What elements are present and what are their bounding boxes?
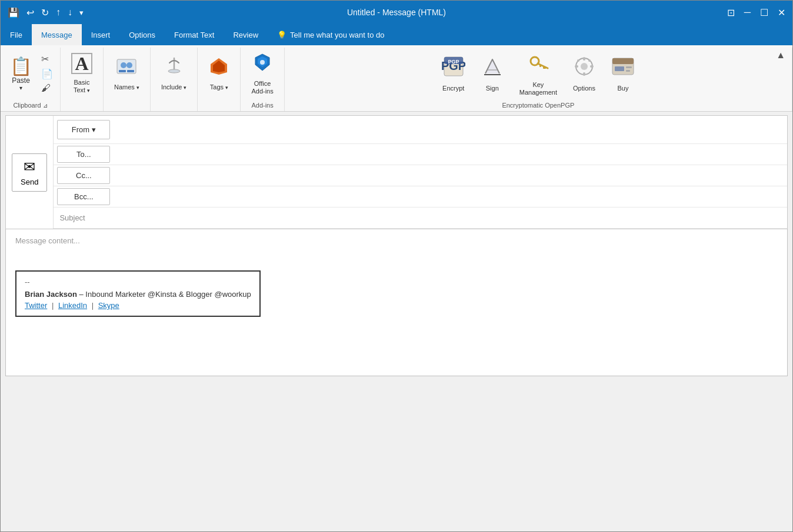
- encrypt-label: Encrypt: [442, 85, 464, 92]
- paste-dropdown[interactable]: ▾: [19, 85, 22, 91]
- sig-kinsta-link[interactable]: @Kinsta: [148, 290, 176, 299]
- ribbon-group-basic-text: A BasicText ▾: [61, 48, 104, 111]
- menu-insert[interactable]: Insert: [82, 24, 120, 45]
- cc-row: Cc...: [54, 165, 787, 186]
- include-button[interactable]: Include ▾: [155, 50, 193, 97]
- svg-rect-15: [543, 66, 546, 69]
- sig-pipe-2: |: [92, 301, 96, 310]
- tell-me-bar[interactable]: 💡 Tell me what you want to do: [268, 24, 394, 45]
- menu-file[interactable]: File: [1, 24, 32, 45]
- from-row: From ▾: [54, 116, 787, 144]
- cut-button[interactable]: ✂: [39, 52, 55, 66]
- pgp-options-icon: [572, 55, 596, 83]
- clipboard-group-label: Clipboard ⊿: [1, 102, 60, 109]
- svg-point-18: [581, 63, 588, 70]
- sig-pipe-1: |: [52, 301, 56, 310]
- main-content: ✉ Send From ▾ To...: [1, 112, 792, 531]
- sig-twitter-link[interactable]: Twitter: [25, 301, 47, 310]
- undo-icon[interactable]: ↩: [26, 7, 34, 18]
- menu-format-text[interactable]: Format Text: [165, 24, 224, 45]
- bcc-input[interactable]: [114, 189, 787, 205]
- message-content-placeholder: Message content...: [15, 236, 778, 245]
- resize-icon[interactable]: ⊡: [727, 7, 735, 18]
- sign-button[interactable]: Sign: [475, 50, 510, 97]
- office-addins-icon: [252, 52, 273, 78]
- svg-point-2: [126, 62, 132, 68]
- svg-rect-22: [590, 65, 594, 68]
- svg-rect-21: [575, 65, 578, 68]
- cc-input[interactable]: [114, 168, 787, 183]
- menu-message[interactable]: Message: [32, 24, 82, 45]
- send-button-area: ✉ Send: [6, 116, 54, 229]
- subject-input[interactable]: [106, 210, 787, 226]
- svg-rect-19: [583, 57, 585, 61]
- signature-box: -- Brian Jackson – Inbound Marketer @Kin…: [15, 270, 261, 317]
- paste-icon: 📋: [10, 56, 32, 76]
- up-icon[interactable]: ↑: [56, 7, 61, 18]
- include-label: Include ▾: [161, 83, 187, 91]
- redo-icon[interactable]: ↻: [41, 7, 49, 18]
- ribbon-group-addins: OfficeAdd-ins Add-ins: [241, 48, 284, 111]
- basic-text-button[interactable]: A BasicText ▾: [65, 50, 98, 97]
- copy-button[interactable]: 📄: [39, 67, 55, 81]
- buy-label: Buy: [617, 85, 628, 92]
- sign-label: Sign: [486, 85, 499, 92]
- bcc-row: Bcc...: [54, 186, 787, 208]
- sig-skype-link[interactable]: Skype: [98, 301, 119, 310]
- minimize-icon[interactable]: ─: [744, 7, 751, 18]
- ribbon-collapse-button[interactable]: ▲: [774, 48, 788, 63]
- encrypt-button[interactable]: PGP PGP Encrypt: [436, 50, 471, 97]
- bcc-button[interactable]: Bcc...: [57, 188, 110, 205]
- paste-button[interactable]: 📋 Paste ▾: [5, 50, 36, 97]
- svg-rect-26: [612, 58, 634, 64]
- format-painter-button[interactable]: 🖌: [39, 82, 55, 95]
- down-icon[interactable]: ↓: [68, 7, 72, 18]
- window-title: Untitled - Message (HTML): [347, 8, 446, 17]
- menu-options[interactable]: Options: [119, 24, 165, 45]
- save-icon[interactable]: 💾: [8, 7, 19, 18]
- svg-rect-28: [626, 66, 632, 68]
- close-icon[interactable]: ✕: [778, 7, 785, 18]
- pgp-options-button[interactable]: Options: [567, 50, 602, 97]
- tags-button[interactable]: Tags ▾: [202, 50, 235, 97]
- buy-icon: [611, 55, 635, 83]
- addins-group-label: Add-ins: [251, 102, 273, 109]
- menu-review[interactable]: Review: [224, 24, 268, 45]
- pgp-options-label: Options: [573, 85, 595, 92]
- sig-links: Twitter | LinkedIn | Skype: [25, 301, 251, 310]
- sig-separator: --: [25, 277, 251, 286]
- quick-access-dropdown-icon[interactable]: ▾: [79, 8, 84, 17]
- sig-between: & Blogger: [176, 290, 214, 299]
- svg-line-14: [538, 63, 548, 68]
- from-label: From: [72, 125, 89, 134]
- ribbon-group-tags: Tags ▾: [198, 48, 241, 111]
- buy-button[interactable]: Buy: [605, 50, 641, 97]
- names-button[interactable]: Names ▾: [108, 50, 145, 97]
- send-button[interactable]: ✉ Send: [12, 153, 47, 192]
- title-bar: 💾 ↩ ↻ ↑ ↓ ▾ Untitled - Message (HTML) ⊡ …: [1, 1, 792, 24]
- svg-point-8: [260, 60, 265, 65]
- svg-rect-20: [583, 72, 585, 76]
- key-management-button[interactable]: KeyManagement: [514, 50, 563, 97]
- sig-linkedin-link[interactable]: LinkedIn: [58, 301, 87, 310]
- encryptomatic-group-label: Encryptomatic OpenPGP: [502, 102, 574, 109]
- svg-rect-4: [127, 70, 134, 72]
- to-button[interactable]: To...: [57, 146, 110, 163]
- cc-button[interactable]: Cc...: [57, 167, 110, 184]
- sig-woorkup-link[interactable]: @woorkup: [215, 290, 251, 299]
- ribbon-group-include: Include ▾: [151, 48, 198, 111]
- sig-description: – Inbound Marketer: [77, 290, 148, 299]
- to-row: To...: [54, 144, 787, 165]
- subject-row: Subject: [54, 208, 787, 229]
- svg-rect-3: [119, 70, 126, 72]
- tags-label: Tags ▾: [210, 83, 228, 91]
- cut-icon: ✂: [41, 54, 49, 64]
- ribbon-group-clipboard: 📋 Paste ▾ ✂ 📄 🖌 Clipboard ⊿: [1, 48, 61, 111]
- message-body[interactable]: Message content... -- Brian Jackson – In…: [5, 229, 788, 376]
- maximize-icon[interactable]: ☐: [760, 7, 768, 18]
- office-addins-button[interactable]: OfficeAdd-ins: [245, 50, 279, 97]
- from-button[interactable]: From ▾: [57, 120, 110, 139]
- key-management-icon: [527, 51, 550, 79]
- to-input[interactable]: [114, 146, 787, 162]
- copy-icon: 📄: [41, 69, 53, 79]
